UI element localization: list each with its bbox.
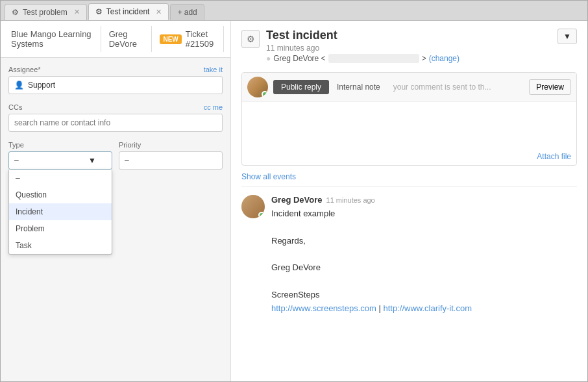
cc-me-link[interactable]: cc me [204, 103, 223, 111]
gear-icon: ⚙ [95, 7, 103, 16]
breadcrumb-org[interactable]: Blue Mango Learning Systems [7, 26, 101, 52]
new-badge: NEW [160, 34, 181, 44]
ticket-time: 11 minutes ago [266, 44, 551, 53]
priority-input[interactable] [119, 151, 223, 170]
ticket-from-prefix: Greg DeVore < [273, 54, 325, 63]
dropdown-item-incident[interactable]: Incident [9, 203, 112, 220]
change-link[interactable]: (change) [429, 54, 459, 63]
screensteps-link[interactable]: http://www.screensteps.com [271, 303, 376, 313]
reply-avatar-area [247, 77, 268, 97]
reply-avatar [247, 77, 268, 97]
comment-block: Greg DeVore 11 minutes ago Incident exam… [241, 195, 577, 315]
attach-row: Attach file [242, 149, 576, 165]
assignee-label: Assignee* [8, 66, 41, 73]
type-dropdown[interactable]: – ▼ – Question Incident Problem Task [8, 151, 112, 170]
chevron-down-icon: ▼ [88, 156, 96, 165]
breadcrumb-ticket[interactable]: NEW Ticket #21509 [152, 26, 224, 52]
priority-label: Priority [119, 141, 223, 149]
comment-placeholder-text: your comment is sent to th... [393, 83, 491, 92]
ccs-label-row: CCs cc me [8, 103, 223, 111]
person-icon: 👤 [14, 81, 24, 90]
tab-test-incident[interactable]: ⚙ Test incident ✕ [88, 3, 169, 20]
tab-close-problem[interactable]: ✕ [74, 8, 80, 16]
tab-close-incident[interactable]: ✕ [156, 8, 162, 16]
tab-internal-note[interactable]: Internal note [329, 80, 388, 94]
take-it-link[interactable]: take it [204, 66, 223, 73]
dropdown-item-question[interactable]: Question [9, 186, 112, 203]
dropdown-item-problem[interactable]: Problem [9, 220, 112, 237]
ccs-input[interactable] [8, 114, 223, 132]
ticket-dropdown-btn[interactable]: ▼ [557, 29, 577, 44]
left-inner: Assignee* take it 👤 Support CCs cc me [1, 58, 230, 196]
show-events[interactable]: Show all events [241, 172, 577, 187]
ticket-header: ⚙ Test incident 11 minutes ago ● Greg De… [241, 29, 577, 63]
assignee-group: Assignee* take it 👤 Support [8, 66, 223, 94]
ticket-from-row: ● Greg DeVore < > (change) [266, 54, 551, 63]
main-content: Blue Mango Learning Systems Greg DeVore … [1, 21, 587, 381]
type-field: Type – ▼ – Question Incident Prob [8, 141, 112, 170]
assignee-value: Support [28, 81, 55, 90]
preview-button[interactable]: Preview [529, 79, 571, 95]
commenter-avatar [241, 195, 265, 218]
right-panel: ⚙ Test incident 11 minutes ago ● Greg De… [231, 21, 587, 381]
type-dropdown-list: – Question Incident Problem Task [8, 170, 112, 255]
commenter-online [258, 212, 265, 218]
type-value: – [14, 156, 19, 165]
comment-input-placeholder[interactable]: your comment is sent to th... [388, 80, 526, 94]
tab-test-problem[interactable]: ⚙ Test problem ✕ [5, 4, 87, 20]
left-panel: Blue Mango Learning Systems Greg DeVore … [1, 21, 231, 381]
gear-icon: ⚙ [12, 8, 19, 17]
tab-add-label: + add [177, 8, 197, 17]
ticket-from-email [328, 54, 419, 63]
reply-area: Public reply Internal note your comment … [241, 72, 577, 166]
type-priority-group: Type – ▼ – Question Incident Prob [8, 141, 223, 179]
ticket-title: Test incident [266, 29, 551, 42]
ticket-number: Ticket #21509 [186, 29, 215, 49]
tab-label: Test incident [106, 7, 150, 16]
tab-bar: ⚙ Test problem ✕ ⚙ Test incident ✕ + add [1, 1, 587, 21]
dropdown-item-task[interactable]: Task [9, 237, 112, 254]
type-dropdown-trigger[interactable]: – ▼ [8, 151, 112, 170]
ticket-from-suffix: > [422, 54, 426, 63]
clarify-link[interactable]: http://www.clarify-it.com [383, 303, 472, 313]
dropdown-item-dash[interactable]: – [9, 170, 112, 186]
comment-text: Incident example Regards, Greg DeVore Sc… [271, 207, 577, 315]
settings-icon[interactable]: ⚙ [241, 30, 260, 48]
type-label: Type [8, 141, 112, 149]
online-indicator [262, 91, 268, 97]
ccs-label: CCs [8, 103, 22, 111]
ccs-group: CCs cc me [8, 103, 223, 132]
reply-textarea[interactable] [242, 102, 576, 147]
attach-file-link[interactable]: Attach file [537, 152, 571, 161]
reply-tabs-bar: Public reply Internal note your comment … [242, 73, 576, 102]
comment-header: Greg DeVore 11 minutes ago [271, 195, 577, 205]
priority-field: Priority [119, 141, 223, 170]
breadcrumb-nav: Blue Mango Learning Systems Greg DeVore … [1, 21, 230, 58]
comment-body: Greg DeVore 11 minutes ago Incident exam… [271, 195, 577, 315]
tab-public-reply[interactable]: Public reply [273, 80, 329, 94]
assignee-input[interactable]: 👤 Support [8, 76, 223, 94]
tab-add[interactable]: + add [170, 4, 204, 20]
breadcrumb-contact[interactable]: Greg DeVore [101, 26, 153, 52]
ticket-info: Test incident 11 minutes ago ● Greg DeVo… [266, 29, 551, 63]
tab-label: Test problem [23, 8, 67, 17]
comment-time: 11 minutes ago [326, 196, 375, 204]
assignee-label-row: Assignee* take it [8, 66, 223, 73]
comment-author: Greg DeVore [271, 195, 323, 205]
